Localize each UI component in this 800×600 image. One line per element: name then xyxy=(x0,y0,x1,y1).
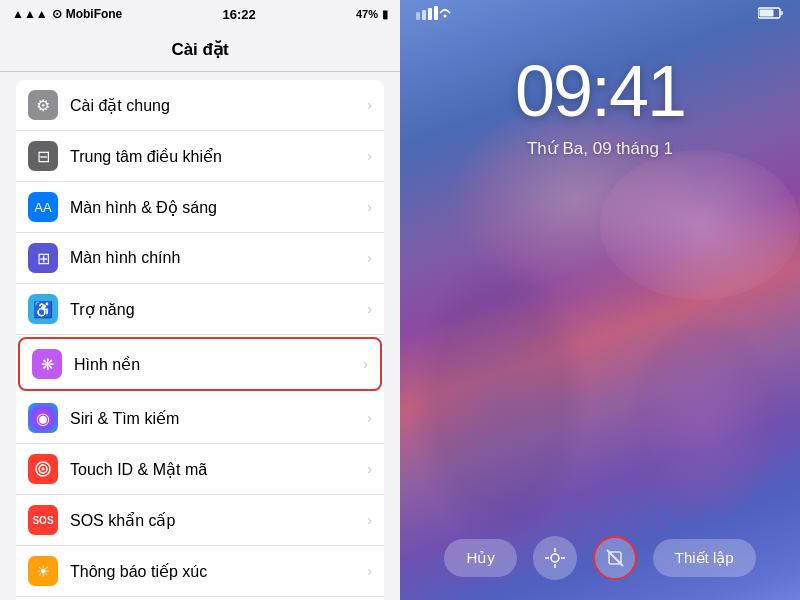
settings-group-main: ⚙ Cài đặt chung › ⊟ Trung tâm điều khiển… xyxy=(16,80,384,600)
item-label: Thông báo tiếp xúc xyxy=(70,562,367,581)
chevron-right-icon: › xyxy=(367,199,372,215)
item-label: Màn hình & Độ sáng xyxy=(70,198,367,217)
signal-bars: ▲▲▲ xyxy=(12,7,48,21)
sidebar-item-sos[interactable]: SOS SOS khẩn cấp › xyxy=(16,495,384,546)
ls-battery xyxy=(758,6,784,23)
item-label: Trợ năng xyxy=(70,300,367,319)
sidebar-item-touch-id[interactable]: Touch ID & Mật mã › xyxy=(16,444,384,495)
item-label: Hình nền xyxy=(74,355,363,374)
lockscreen-time: 09:41 xyxy=(400,50,800,132)
status-bar: ▲▲▲ ⊙ MobiFone 16:22 47% ▮ xyxy=(0,0,400,28)
ls-signal xyxy=(416,6,456,23)
flower-icon: ❋ xyxy=(32,349,62,379)
sos-icon: SOS xyxy=(28,505,58,535)
sidebar-item-tro-nang[interactable]: ♿ Trợ năng › xyxy=(16,284,384,335)
sidebar-item-hinh-nen[interactable]: ❋ Hình nền › xyxy=(18,337,382,391)
svg-point-2 xyxy=(42,468,45,471)
status-right: 47% ▮ xyxy=(356,8,388,21)
settings-panel: ▲▲▲ ⊙ MobiFone 16:22 47% ▮ Cài đặt ⚙ Cài… xyxy=(0,0,400,600)
lockscreen-panel: 09:41 Thứ Ba, 09 tháng 1 Hủy xyxy=(400,0,800,600)
item-label: Touch ID & Mật mã xyxy=(70,460,367,479)
wifi-icon: ⊙ xyxy=(52,7,62,21)
lockscreen-bottom-bar: Hủy Thiết lập xyxy=(400,536,800,580)
lockscreen-date: Thứ Ba, 09 tháng 1 xyxy=(400,138,800,159)
chevron-right-icon: › xyxy=(367,410,372,426)
nav-bar: Cài đặt xyxy=(0,28,400,72)
item-label: Siri & Tìm kiếm xyxy=(70,409,367,428)
sidebar-item-siri[interactable]: ◉ Siri & Tìm kiếm › xyxy=(16,393,384,444)
chevron-right-icon: › xyxy=(367,461,372,477)
accessibility-icon: ♿ xyxy=(28,294,58,324)
item-label: Trung tâm điều khiển xyxy=(70,147,367,166)
svg-rect-6 xyxy=(434,6,438,20)
cloud-effect-4 xyxy=(630,320,780,520)
status-time: 16:22 xyxy=(223,7,256,22)
sliders-icon: ⊟ xyxy=(28,141,58,171)
fingerprint-icon xyxy=(28,454,58,484)
svg-rect-5 xyxy=(428,8,432,20)
svg-rect-10 xyxy=(780,11,783,15)
svg-point-11 xyxy=(551,554,559,562)
siri-icon: ◉ xyxy=(28,403,58,433)
svg-rect-9 xyxy=(760,9,774,16)
gear-icon: ⚙ xyxy=(28,90,58,120)
chevron-right-icon: › xyxy=(367,512,372,528)
grid-icon: ⊞ xyxy=(28,243,58,273)
lockscreen-background: 09:41 Thứ Ba, 09 tháng 1 Hủy xyxy=(400,0,800,600)
chevron-right-icon: › xyxy=(367,301,372,317)
chevron-right-icon: › xyxy=(367,97,372,113)
chevron-right-icon: › xyxy=(363,356,368,372)
sidebar-item-thong-bao-tiep-xuc[interactable]: ☀ Thông báo tiếp xúc › xyxy=(16,546,384,597)
chevron-right-icon: › xyxy=(367,563,372,579)
sidebar-item-cai-dat-chung[interactable]: ⚙ Cài đặt chung › xyxy=(16,80,384,131)
exposure-icon: ☀ xyxy=(28,556,58,586)
svg-point-7 xyxy=(444,14,447,17)
sidebar-item-man-hinh-do-sang[interactable]: AA Màn hình & Độ sáng › xyxy=(16,182,384,233)
chevron-right-icon: › xyxy=(367,148,372,164)
lockscreen-status-bar xyxy=(400,0,800,28)
item-label: Màn hình chính xyxy=(70,249,367,267)
brightness-icon: AA xyxy=(28,192,58,222)
chevron-right-icon: › xyxy=(367,250,372,266)
item-label: Cài đặt chung xyxy=(70,96,367,115)
status-carrier: ▲▲▲ ⊙ MobiFone xyxy=(12,7,122,21)
page-title: Cài đặt xyxy=(171,39,228,60)
cancel-button[interactable]: Hủy xyxy=(444,539,516,577)
item-label: SOS khẩn cấp xyxy=(70,511,367,530)
settings-list: ⚙ Cài đặt chung › ⊟ Trung tâm điều khiển… xyxy=(0,72,400,600)
sidebar-item-trung-tam-dieu-khien[interactable]: ⊟ Trung tâm điều khiển › xyxy=(16,131,384,182)
svg-rect-3 xyxy=(416,12,420,20)
cloud-effect-3 xyxy=(410,250,590,550)
setup-button[interactable]: Thiết lập xyxy=(653,539,756,577)
no-perspective-button[interactable] xyxy=(593,536,637,580)
battery-icon: ▮ xyxy=(382,8,388,21)
sidebar-item-man-hinh-chinh[interactable]: ⊞ Màn hình chính › xyxy=(16,233,384,284)
perspective-button[interactable] xyxy=(533,536,577,580)
cloud-effect-2 xyxy=(600,150,800,300)
svg-rect-4 xyxy=(422,10,426,20)
